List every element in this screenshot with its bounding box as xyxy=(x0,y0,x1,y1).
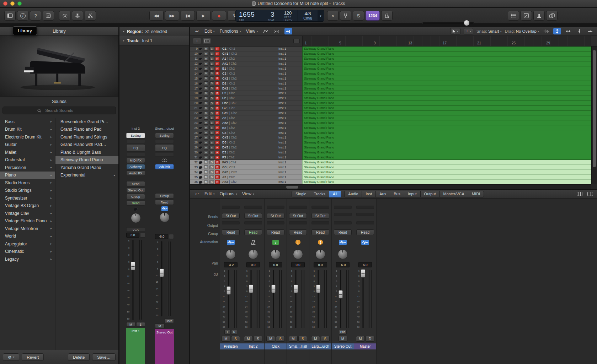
library-category-item[interactable]: Piano▸ xyxy=(0,172,55,179)
midi-fx-button[interactable]: MIDI FX xyxy=(126,158,145,163)
mixer-filter-aux[interactable]: Aux xyxy=(376,191,390,197)
pan-knob[interactable] xyxy=(338,249,348,259)
track-mute-button[interactable]: M xyxy=(204,170,208,174)
mute-button[interactable]: M xyxy=(339,336,347,342)
solo-button[interactable]: S xyxy=(353,11,364,21)
midi-region[interactable]: Steinway Grand Piano xyxy=(302,86,591,91)
mute-button[interactable]: M xyxy=(244,336,253,342)
library-category-item[interactable]: World▸ xyxy=(0,233,55,240)
midi-region[interactable]: Steinway Grand Piano xyxy=(302,76,591,81)
track-header-options-button[interactable] xyxy=(293,39,300,43)
track-record-button[interactable]: R xyxy=(215,91,220,95)
library-category-item[interactable]: Arpeggiator▸ xyxy=(0,240,55,248)
tracks-menu-edit[interactable]: Edit▾ xyxy=(204,29,215,34)
track-record-button[interactable]: R xyxy=(215,101,220,105)
quick-help-button[interactable]: ? xyxy=(30,11,41,21)
track-record-button[interactable]: R xyxy=(215,62,220,66)
send-slot[interactable] xyxy=(222,206,240,209)
track-header[interactable]: 27 M S R C#3 | Ch2 Inst 1 xyxy=(190,135,302,140)
track-mute-button[interactable]: M xyxy=(204,126,208,130)
volume-fader[interactable]: 6303612182430405060 xyxy=(288,269,308,329)
track-solo-button[interactable]: S xyxy=(209,91,214,95)
track-record-button[interactable]: R xyxy=(215,81,220,85)
automation-button[interactable]: Read xyxy=(244,229,262,235)
list-editors-button[interactable] xyxy=(508,11,519,21)
lcd-mode-chevron[interactable]: ▾ xyxy=(318,10,324,21)
metronome-button[interactable] xyxy=(381,11,393,21)
bounce-button[interactable]: Bnc xyxy=(339,330,347,335)
mixer-menu-view[interactable]: View▾ xyxy=(242,191,254,196)
track-solo-button[interactable]: S xyxy=(209,62,214,66)
output-button[interactable]: St Out xyxy=(289,213,307,219)
midi-region[interactable]: Steinway Grand Piano xyxy=(302,155,591,160)
volume-fader[interactable]: 6303612182430405060 xyxy=(266,269,285,329)
track-mute-button[interactable]: M xyxy=(204,62,208,66)
automation-button[interactable]: Read xyxy=(311,229,329,235)
midi-region[interactable]: Steinway Grand Piano xyxy=(302,71,591,76)
track-header[interactable]: 24 M S R A#2 | Ch2 Inst 1 xyxy=(190,120,302,125)
waveform-zoom-icon[interactable] xyxy=(542,28,550,34)
automation-button[interactable]: Read xyxy=(356,229,374,235)
track-header[interactable]: 20 M S R F#2 | Ch2 Inst 1 xyxy=(190,101,302,106)
automation-button[interactable]: Read xyxy=(155,200,174,205)
track-mute-button[interactable]: M xyxy=(204,71,208,75)
library-category-item[interactable]: Synthesizer▸ xyxy=(0,194,55,202)
tracks-menu-functions[interactable]: Functions▾ xyxy=(220,29,241,34)
midi-region[interactable]: Steinway Grand Piano xyxy=(302,61,591,66)
revert-button[interactable]: Revert xyxy=(22,353,44,361)
track-header[interactable]: 13 M S R B1 | Ch2 Inst 1 xyxy=(190,66,302,71)
midi-region[interactable]: Steinway Grand Piano xyxy=(302,140,591,145)
fader-handle[interactable] xyxy=(271,284,276,293)
search-input[interactable] xyxy=(2,107,116,114)
track-record-button[interactable]: R xyxy=(215,67,220,71)
channel-name-label[interactable]: Stereo Out xyxy=(332,343,354,349)
group-slot[interactable] xyxy=(334,221,352,224)
midi-region[interactable]: Steinway Grand Piano xyxy=(302,150,591,155)
track-record-button[interactable]: R xyxy=(215,52,220,56)
track-header[interactable]: 25 M S R B2 | Ch2 Inst 1 xyxy=(190,125,302,130)
group-slot[interactable] xyxy=(222,221,240,224)
track-record-button[interactable]: R xyxy=(215,96,220,100)
midi-region[interactable]: Steinway Grand Piano xyxy=(302,115,591,120)
solo-button[interactable]: S xyxy=(136,322,145,327)
track-record-button[interactable]: R xyxy=(215,175,220,179)
volume-fader[interactable]: 6303612182430405060 xyxy=(155,240,174,317)
vertical-auto-zoom-icon[interactable] xyxy=(553,28,561,34)
track-solo-button[interactable]: S xyxy=(209,151,214,154)
mixer-toggle-button[interactable] xyxy=(72,11,83,21)
volume-value[interactable]: -3.2 xyxy=(224,262,238,267)
vca-button[interactable]: VCA xyxy=(126,227,145,232)
mixer-filter-all[interactable]: All xyxy=(329,191,341,197)
track-mute-button[interactable]: M xyxy=(204,81,208,85)
solo-button[interactable]: S xyxy=(298,336,307,342)
midi-region[interactable]: Steinway Grand Piano xyxy=(302,47,591,51)
lcd-tempo[interactable]: 120 KEEP TEMPO xyxy=(278,10,298,21)
track-mute-button[interactable]: M xyxy=(204,101,208,105)
empty-slot[interactable] xyxy=(155,153,174,157)
pan-knob[interactable] xyxy=(226,249,236,259)
midi-region[interactable]: Steinway Grand Piano xyxy=(302,180,591,184)
library-category-item[interactable]: Bass▸ xyxy=(0,118,55,126)
track-record-button[interactable]: R xyxy=(215,180,220,184)
mixer-filter-inst[interactable]: Inst xyxy=(362,191,376,197)
library-patch-item[interactable]: Experimental▸ xyxy=(55,172,118,179)
midi-region[interactable]: Steinway Grand Piano xyxy=(302,130,591,135)
track-solo-button[interactable]: S xyxy=(209,121,214,125)
drag-menu[interactable]: Drag: No Overlap ▾ xyxy=(505,29,539,33)
track-header[interactable]: 36 M S R A#3 | Ch2 Inst 1 xyxy=(190,180,302,184)
track-mute-button[interactable]: M xyxy=(204,141,208,145)
track-mute-button[interactable]: M xyxy=(204,52,208,56)
groups-button[interactable] xyxy=(546,11,558,21)
inspector-toggle-button[interactable]: i xyxy=(17,11,28,21)
library-category-item[interactable]: Orchestral▸ xyxy=(0,156,55,164)
setting-button[interactable]: Setting xyxy=(126,133,145,138)
output-button[interactable]: St Out xyxy=(244,213,262,219)
mixer-filter-midi[interactable]: MIDI xyxy=(468,191,484,197)
vertical-scrollbar[interactable] xyxy=(591,47,597,184)
track-header[interactable]: 16 M S R D2 | Ch2 Inst 1 xyxy=(190,81,302,86)
send-slot[interactable] xyxy=(311,206,329,209)
track-solo-button[interactable]: S xyxy=(209,57,214,61)
midi-region[interactable]: Steinway Grand Piano xyxy=(302,96,591,101)
track-record-button[interactable]: R xyxy=(215,151,220,154)
output-button[interactable]: St Out xyxy=(222,213,240,219)
